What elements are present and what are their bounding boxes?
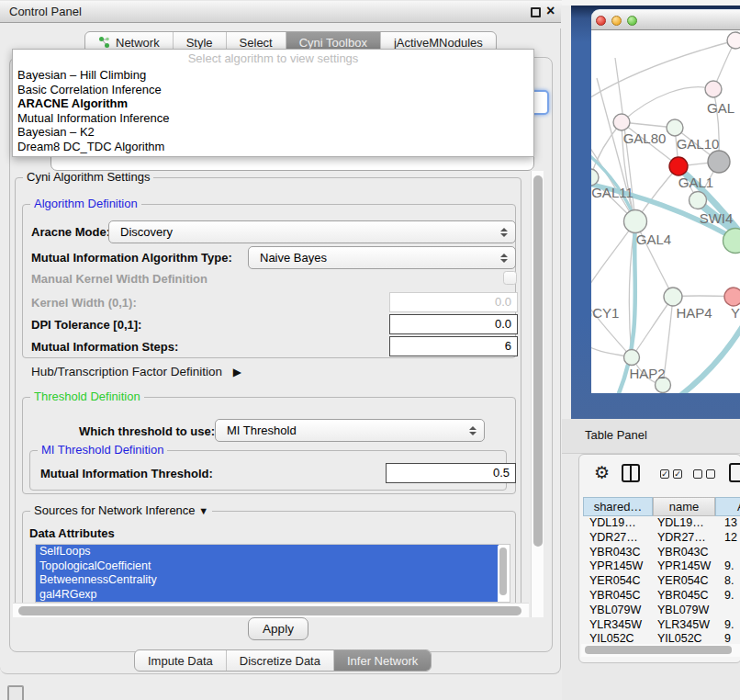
attribute-item[interactable]: SelfLoops xyxy=(36,545,499,559)
tab-discretize-data[interactable]: Discretize Data xyxy=(226,650,333,671)
settings-horizontal-scrollbar[interactable] xyxy=(13,603,529,617)
table-cell: YDL19… xyxy=(583,516,653,531)
attribute-item[interactable]: TopologicalCoefficient xyxy=(36,559,499,574)
table-cell: 13 xyxy=(715,516,739,531)
node-table-panel: ⚙ ✓✓ shared… name A YDL19…YDL19…13YDR27…… xyxy=(578,454,740,663)
dpi-tolerance-label: DPI Tolerance [0,1]: xyxy=(31,315,141,335)
aracne-mode-select[interactable]: Discovery xyxy=(108,220,516,243)
algorithm-dropdown-popup: Select algorithm to view settings Bayesi… xyxy=(12,49,534,157)
panel-gap xyxy=(561,6,571,419)
network-node-gal[interactable] xyxy=(705,81,722,97)
node-label: HAP2 xyxy=(629,366,665,381)
node-label: SWI4 xyxy=(700,210,734,226)
zoom-traffic-light[interactable] xyxy=(627,16,637,26)
sources-group-title[interactable]: Sources for Network Inference ▼ xyxy=(30,503,212,517)
float-window-icon[interactable] xyxy=(531,7,541,17)
table-row[interactable]: YBR045CYBR045C9. xyxy=(583,589,740,604)
close-traffic-light[interactable] xyxy=(596,16,606,26)
node-label: GCY1 xyxy=(591,305,619,321)
mi-type-value: Naive Bayes xyxy=(249,251,497,265)
hub-definition-toggle[interactable]: Hub/Transcription Factor Definition ▶ xyxy=(31,365,241,379)
network-node-hap4[interactable] xyxy=(664,288,682,306)
tab-label: Discretize Data xyxy=(240,654,320,668)
which-threshold-value: MI Threshold xyxy=(216,423,465,437)
columns-icon[interactable] xyxy=(622,464,640,482)
column-header-shared-name[interactable]: shared… xyxy=(583,497,653,516)
screen: Control Panel × NetworkStyleSelectCyni T… xyxy=(0,0,740,700)
select-all-checkboxes-icon[interactable]: ✓✓ xyxy=(660,469,682,479)
algorithm-option[interactable]: Bayesian – K2 xyxy=(13,125,533,140)
tab-label: Cyni Toolbox xyxy=(299,36,367,50)
network-node-hap2[interactable] xyxy=(624,350,640,366)
minimize-traffic-light[interactable] xyxy=(611,16,622,26)
network-window-titlebar[interactable] xyxy=(591,9,740,30)
network-node-y[interactable] xyxy=(724,288,740,306)
table-cell: YBL079W xyxy=(653,604,715,618)
window-title: Control Panel xyxy=(9,5,82,18)
network-node-gal1[interactable] xyxy=(669,157,688,175)
table-row[interactable]: YPR145WYPR145W9. xyxy=(583,559,740,574)
table-cell: 8. xyxy=(715,574,739,589)
network-node-gal11[interactable] xyxy=(591,169,599,186)
algorithm-option[interactable]: ARACNE Algorithm xyxy=(13,96,533,111)
table-row[interactable]: YLR345WYLR345W9. xyxy=(583,618,740,633)
mi-type-select[interactable]: Naive Bayes xyxy=(248,246,516,269)
gear-icon[interactable]: ⚙ xyxy=(594,462,610,483)
network-node[interactable] xyxy=(727,32,740,49)
table-cell: YPR145W xyxy=(653,559,715,574)
apply-button[interactable]: Apply xyxy=(248,617,308,640)
which-threshold-select[interactable]: MI Threshold xyxy=(215,419,485,442)
close-icon[interactable]: × xyxy=(546,3,555,19)
mi-steps-field[interactable]: 6 xyxy=(389,336,518,356)
kernel-width-field[interactable]: 0.0 xyxy=(389,292,518,312)
algorithm-option[interactable]: Mutual Information Inference xyxy=(13,111,533,126)
table-cell: YBR043C xyxy=(583,546,653,560)
table-cell: YER054C xyxy=(653,574,715,589)
network-node[interactable] xyxy=(708,151,730,173)
node-label: GAL4 xyxy=(636,231,671,247)
table-panel-title: Table Panel xyxy=(585,428,647,442)
threshold-definition-title: Threshold Definition xyxy=(30,390,144,403)
bottom-left-partial-icon[interactable] xyxy=(7,685,24,700)
tab-label: Impute Data xyxy=(148,654,213,668)
attributes-scrollbar[interactable] xyxy=(498,546,509,603)
node-label: GAL11 xyxy=(591,185,633,200)
manual-kernel-checkbox[interactable] xyxy=(503,271,517,285)
table-row[interactable]: YBL079WYBL079W xyxy=(583,604,740,618)
mi-threshold-field[interactable]: 0.5 xyxy=(386,463,516,483)
table-row[interactable]: YDL19…YDL19…13 xyxy=(583,516,740,531)
tab-impute-data[interactable]: Impute Data xyxy=(135,650,226,671)
algorithm-option[interactable]: Basic Correlation Inference xyxy=(13,83,533,97)
node-label: GAL1 xyxy=(678,175,713,190)
kernel-width-label: Kernel Width (0,1): xyxy=(31,293,137,313)
node-label: GAL80 xyxy=(623,130,667,146)
column-header-name[interactable]: name xyxy=(653,497,715,516)
table-horizontal-scrollbar[interactable] xyxy=(581,644,740,657)
attribute-item[interactable]: BetweennessCentrality xyxy=(36,573,499,588)
column-header-partial[interactable]: A xyxy=(715,497,740,516)
table-cell: YER054C xyxy=(583,574,653,589)
table-row[interactable]: YER054CYER054C8. xyxy=(583,574,740,589)
deselect-all-checkboxes-icon[interactable] xyxy=(693,469,715,479)
network-node-gal4[interactable] xyxy=(624,210,647,233)
table-cell xyxy=(715,546,739,560)
table-row[interactable]: YBR043CYBR043C xyxy=(583,546,740,560)
document-icon[interactable] xyxy=(729,463,740,482)
attribute-item[interactable]: gal4RGexp xyxy=(36,588,499,603)
hub-definition-label: Hub/Transcription Factor Definition xyxy=(31,365,222,378)
tab-infer-network[interactable]: Infer Network xyxy=(333,650,431,671)
network-node-swi4[interactable] xyxy=(690,192,707,209)
network-icon xyxy=(98,36,110,49)
manual-kernel-label: Manual Kernel Width Definition xyxy=(31,272,207,287)
dpi-tolerance-field[interactable]: 0.0 xyxy=(389,314,518,334)
algorithm-option[interactable]: Bayesian – Hill Climbing xyxy=(13,68,533,83)
network-node-gal80[interactable] xyxy=(613,114,630,130)
table-row[interactable]: YDR27…YDR27…12 xyxy=(583,531,740,546)
network-canvas[interactable]: GALGAL80GAL10GAL1GAL11SWI4GAL4GCY1HAP4YH… xyxy=(591,30,740,393)
algorithm-option[interactable]: Dream8 DC_TDC Algorithm xyxy=(13,140,533,154)
table-cell: YBR043C xyxy=(653,546,715,560)
table-cell: YLR345W xyxy=(583,618,653,633)
cyni-settings-group-title: Cyni Algorithm Settings xyxy=(23,171,153,184)
network-node-gal10[interactable] xyxy=(667,119,683,136)
settings-vertical-scrollbar[interactable] xyxy=(531,171,544,617)
